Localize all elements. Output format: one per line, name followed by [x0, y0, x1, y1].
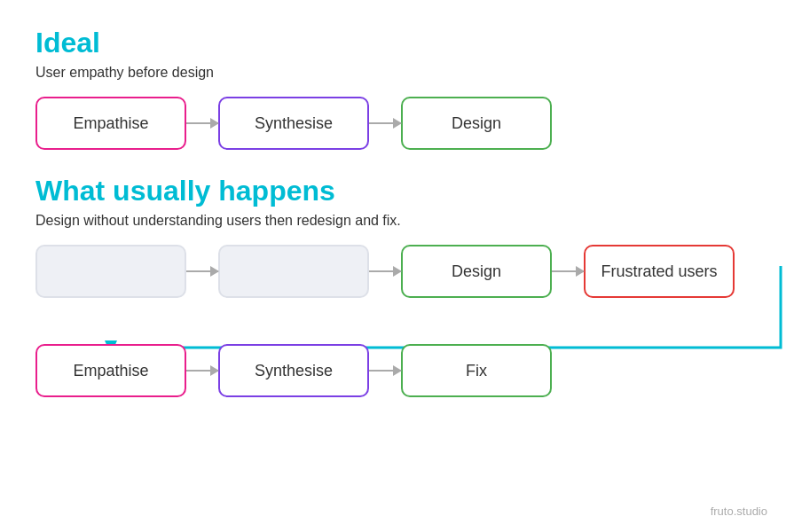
arrow-4: [369, 270, 401, 272]
frustrated-users-box: Frustrated users: [584, 245, 735, 298]
ideal-flow: Empathise Synthesise Design: [35, 97, 759, 150]
usual-ghost-box-1: [35, 245, 186, 298]
arrow-line-3: [186, 270, 218, 272]
usual-subtitle: Design without understanding users then …: [35, 213, 759, 229]
arrow-3: [186, 270, 218, 272]
arrow-5: [552, 270, 584, 272]
usual-top-flow: Design Frustrated users: [35, 245, 759, 298]
usual-bottom-flow: Empathise Synthesise Fix: [35, 344, 759, 397]
ideal-title: Ideal: [35, 27, 759, 59]
usual-ghost-box-2: [218, 245, 369, 298]
ideal-subtitle: User empathy before design: [35, 65, 759, 81]
arrow-2: [369, 122, 401, 124]
arrow-1: [186, 122, 218, 124]
bottom-synthesise-box: Synthesise: [218, 344, 369, 397]
bottom-fix-box: Fix: [401, 344, 552, 397]
ideal-design-box: Design: [401, 97, 552, 150]
usual-design-box: Design: [401, 245, 552, 298]
arrow-line: [186, 122, 218, 124]
ideal-section: Ideal User empathy before design Empathi…: [35, 27, 759, 150]
ideal-empathise-box: Empathise: [35, 97, 186, 150]
arrow-6: [186, 370, 218, 372]
arrow-line-5: [552, 270, 584, 272]
arrow-line-6: [186, 370, 218, 372]
arrow-line-7: [369, 370, 401, 372]
arrow-line-2: [369, 122, 401, 124]
bottom-empathise-box: Empathise: [35, 344, 186, 397]
ideal-synthesise-box: Synthesise: [218, 97, 369, 150]
footer: fruto.studio: [711, 505, 767, 518]
usual-title: What usually happens: [35, 175, 759, 207]
usual-section: What usually happens Design without unde…: [35, 175, 759, 397]
arrow-line-4: [369, 270, 401, 272]
arrow-7: [369, 370, 401, 372]
usual-bottom-flow-wrapper: Empathise Synthesise Fix: [35, 344, 759, 397]
